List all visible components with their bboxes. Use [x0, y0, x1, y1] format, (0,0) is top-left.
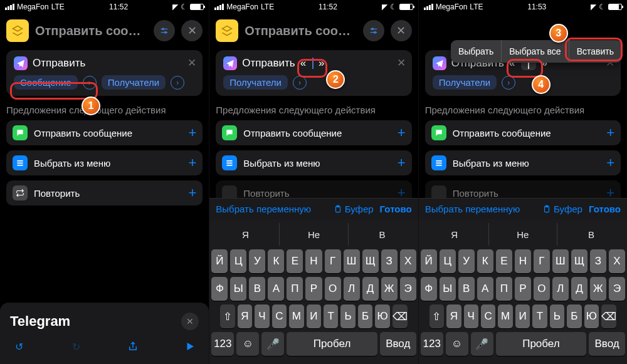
key-Щ[interactable]: Щ — [362, 249, 379, 273]
key-Н[interactable]: Н — [515, 249, 531, 273]
close-button[interactable]: ✕ — [181, 20, 203, 41]
text-cursor[interactable] — [312, 58, 314, 69]
add-icon[interactable]: + — [188, 125, 196, 141]
key-Х[interactable]: Х — [400, 249, 416, 273]
key-Ь[interactable]: Ь — [550, 304, 564, 328]
key-Ч[interactable]: Ч — [255, 304, 269, 328]
key-Ц[interactable]: Ц — [230, 249, 246, 273]
key-З[interactable]: З — [381, 249, 398, 273]
key-Л[interactable]: Л — [344, 277, 360, 301]
add-icon[interactable]: + — [606, 155, 614, 171]
suggestion-row[interactable]: Повторить + — [6, 180, 203, 205]
key-Я[interactable]: Я — [238, 304, 252, 328]
recipients-tag[interactable]: Получатели — [223, 75, 288, 90]
kb-suggestion[interactable]: Не — [489, 223, 557, 246]
key-Я[interactable]: Я — [446, 304, 461, 328]
key-А[interactable]: А — [477, 277, 493, 301]
key-Ы[interactable]: Ы — [440, 277, 456, 301]
key-Б[interactable]: Б — [358, 304, 372, 328]
key-Н[interactable]: Н — [305, 249, 322, 273]
key-В[interactable]: В — [249, 277, 265, 301]
key-Ч[interactable]: Ч — [464, 304, 478, 328]
kb-suggestion[interactable]: Я — [211, 223, 280, 246]
key-Й[interactable]: Й — [421, 249, 437, 273]
key-К[interactable]: К — [268, 249, 284, 273]
add-icon[interactable]: + — [188, 185, 196, 201]
key-М[interactable]: М — [289, 304, 303, 328]
settings-button[interactable] — [154, 20, 175, 41]
chevron-right-icon[interactable]: › — [83, 76, 97, 90]
key-И[interactable]: И — [307, 304, 321, 328]
action-card[interactable]: ✕ Отправить « » Получатели › — [216, 50, 411, 96]
add-icon[interactable]: + — [188, 155, 196, 171]
emoji-key[interactable]: ☺ — [236, 332, 259, 356]
share-icon[interactable] — [124, 338, 142, 355]
numbers-key[interactable]: 123 — [211, 332, 234, 356]
key-И[interactable]: И — [515, 304, 530, 328]
key-Л[interactable]: Л — [552, 277, 569, 301]
message-tag[interactable]: Сообщение — [14, 75, 78, 90]
key-Ш[interactable]: Ш — [344, 249, 360, 273]
recipients-tag[interactable]: Получатели — [102, 75, 166, 90]
key-У[interactable]: У — [249, 249, 265, 273]
chevron-right-icon[interactable]: › — [502, 76, 515, 90]
key-Е[interactable]: Е — [287, 249, 303, 273]
key-С[interactable]: С — [272, 304, 287, 328]
select-variable-button[interactable]: Выбрать переменную — [425, 204, 520, 214]
card-close-icon[interactable]: ✕ — [397, 56, 406, 70]
key-Ф[interactable]: Ф — [421, 277, 437, 301]
key-Ф[interactable]: Ф — [211, 277, 228, 301]
suggestion-row[interactable]: Выбрать из меню + — [6, 150, 203, 175]
close-button[interactable]: ✕ — [391, 20, 412, 41]
sheet-close-button[interactable]: ✕ — [181, 313, 199, 330]
key-Ж[interactable]: Ж — [381, 277, 398, 301]
key-У[interactable]: У — [458, 249, 475, 273]
key-Ю[interactable]: Ю — [375, 304, 389, 328]
select-variable-button[interactable]: Выбрать переменную — [216, 204, 311, 214]
card-close-icon[interactable]: ✕ — [187, 56, 196, 70]
key-Э[interactable]: Э — [400, 277, 416, 301]
key-Ж[interactable]: Ж — [590, 277, 606, 301]
enter-key[interactable]: Ввод — [589, 332, 625, 356]
key-Д[interactable]: Д — [362, 277, 379, 301]
key-Ц[interactable]: Ц — [440, 249, 456, 273]
kb-suggestion[interactable]: В — [557, 223, 625, 246]
add-icon[interactable]: + — [398, 125, 406, 141]
ctx-paste[interactable]: Вставить — [569, 40, 622, 63]
key-Э[interactable]: Э — [609, 277, 625, 301]
shift-key[interactable]: ⇧ — [220, 304, 234, 328]
mic-key[interactable]: 🎤 — [471, 332, 493, 356]
shift-key[interactable]: ⇧ — [429, 304, 444, 328]
backspace-key[interactable]: ⌫ — [601, 304, 616, 328]
suggestion-row[interactable]: Отправить сообщение + — [6, 120, 203, 145]
suggestion-row[interactable]: Выбрать из меню + — [425, 150, 621, 175]
key-О[interactable]: О — [325, 277, 341, 301]
chevron-right-icon[interactable]: › — [293, 76, 307, 90]
emoji-key[interactable]: ☺ — [446, 332, 468, 356]
key-К[interactable]: К — [477, 249, 493, 273]
mic-key[interactable]: 🎤 — [261, 332, 284, 356]
clipboard-button[interactable]: Буфер — [542, 204, 582, 214]
key-Р[interactable]: Р — [305, 277, 322, 301]
suggestion-row[interactable]: Выбрать из меню + — [216, 150, 411, 175]
key-Щ[interactable]: Щ — [571, 249, 587, 273]
key-Б[interactable]: Б — [567, 304, 581, 328]
key-З[interactable]: З — [590, 249, 606, 273]
key-П[interactable]: П — [496, 277, 512, 301]
key-Ы[interactable]: Ы — [230, 277, 246, 301]
key-Ь[interactable]: Ь — [340, 304, 355, 328]
space-key[interactable]: Пробел — [496, 332, 587, 356]
kb-suggestion[interactable]: Я — [421, 223, 489, 246]
play-icon[interactable] — [181, 338, 199, 355]
key-В[interactable]: В — [458, 277, 475, 301]
undo-icon[interactable]: ↺ — [10, 338, 28, 355]
suggestion-row[interactable]: Отправить сообщение + — [425, 120, 621, 145]
key-Г[interactable]: Г — [325, 249, 341, 273]
suggestion-row[interactable]: Отправить сообщение + — [216, 120, 411, 145]
key-Х[interactable]: Х — [609, 249, 625, 273]
chevron-right-icon[interactable]: › — [171, 76, 184, 90]
action-card[interactable]: ✕ Отправить Сообщение › Получатели › — [6, 50, 203, 96]
add-icon[interactable]: + — [606, 125, 614, 141]
kb-suggestion[interactable]: Не — [280, 223, 348, 246]
key-Й[interactable]: Й — [211, 249, 228, 273]
